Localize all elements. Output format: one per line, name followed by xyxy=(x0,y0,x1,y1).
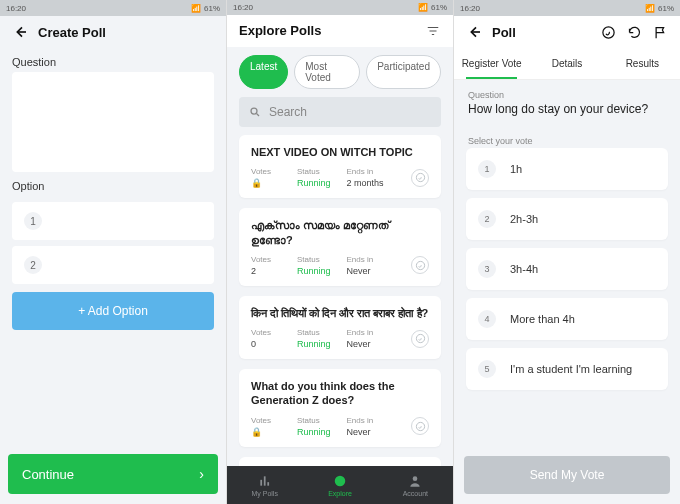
poll-card[interactable]: എക്സാം സമയം മറ്റേണത് ഉണ്ടോ?Votes2StatusR… xyxy=(239,208,441,286)
poll-card[interactable]: NEXT VIDEO ON WITCH TOPICVotes🔒StatusRun… xyxy=(239,135,441,198)
search-input[interactable]: Search xyxy=(239,97,441,127)
vote-option[interactable]: 22h-3h xyxy=(466,198,668,240)
poll-list: NEXT VIDEO ON WITCH TOPICVotes🔒StatusRun… xyxy=(227,135,453,504)
svg-point-2 xyxy=(416,261,424,269)
question-text: How long do stay on your device? xyxy=(454,102,680,126)
bottom-nav: My Polls Explore Account xyxy=(227,466,453,504)
page-title: Poll xyxy=(492,25,516,40)
status-time: 16:20 xyxy=(6,4,26,13)
poll-title: What do you think does the Generation Z … xyxy=(251,379,429,408)
flag-icon[interactable] xyxy=(652,24,668,40)
header-create: Create Poll xyxy=(0,16,226,48)
back-icon[interactable] xyxy=(12,24,28,40)
status-bar: 16:20 📶61% xyxy=(227,0,453,15)
poll-title: NEXT VIDEO ON WITCH TOPIC xyxy=(251,145,429,159)
vote-option[interactable]: 11h xyxy=(466,148,668,190)
option-label: Option xyxy=(0,172,226,196)
whatsapp-icon[interactable] xyxy=(411,256,429,274)
back-icon[interactable] xyxy=(466,24,482,40)
nav-account[interactable]: Account xyxy=(378,466,453,504)
poll-title: किन दो तिथियों को दिन और रात बराबर होता … xyxy=(251,306,429,320)
status-bar: 16:20 📶61% xyxy=(0,0,226,16)
vote-list: 11h22h-3h33h-4h4More than 4h5I'm a stude… xyxy=(454,148,680,390)
nav-explore[interactable]: Explore xyxy=(302,466,377,504)
search-icon xyxy=(249,106,261,118)
refresh-icon[interactable] xyxy=(626,24,642,40)
poll-card[interactable]: What do you think does the Generation Z … xyxy=(239,369,441,447)
poll-title: എക്സാം സമയം മറ്റേണത് ഉണ്ടോ? xyxy=(251,218,429,247)
tab-details[interactable]: Details xyxy=(529,48,604,79)
question-label: Question xyxy=(454,80,680,102)
tab-results[interactable]: Results xyxy=(605,48,680,79)
option-2[interactable]: 2 xyxy=(12,246,214,284)
tabs: Register Vote Details Results xyxy=(454,48,680,80)
svg-rect-6 xyxy=(260,479,262,485)
whatsapp-icon[interactable] xyxy=(411,169,429,187)
send-vote-button[interactable]: Send My Vote xyxy=(464,456,670,494)
page-title: Create Poll xyxy=(38,25,106,40)
continue-button[interactable]: Continue › xyxy=(8,454,218,494)
svg-point-1 xyxy=(416,174,424,182)
svg-point-3 xyxy=(416,334,424,342)
whatsapp-icon[interactable] xyxy=(411,417,429,435)
chip-participated[interactable]: Participated xyxy=(366,55,441,89)
svg-point-9 xyxy=(335,475,346,486)
poll-card[interactable]: किन दो तिथियों को दिन और रात बराबर होता … xyxy=(239,296,441,359)
vote-option[interactable]: 33h-4h xyxy=(466,248,668,290)
svg-point-4 xyxy=(416,422,424,430)
nav-my-polls[interactable]: My Polls xyxy=(227,466,302,504)
status-bar: 16:20 📶61% xyxy=(454,0,680,16)
svg-point-0 xyxy=(251,108,257,114)
whatsapp-icon[interactable] xyxy=(600,24,616,40)
select-label: Select your vote xyxy=(454,126,680,148)
filter-icon[interactable] xyxy=(425,23,441,39)
question-label: Question xyxy=(0,48,226,72)
add-option-button[interactable]: + Add Option xyxy=(12,292,214,330)
question-input[interactable] xyxy=(12,72,214,172)
vote-option[interactable]: 4More than 4h xyxy=(466,298,668,340)
option-1[interactable]: 1 xyxy=(12,202,214,240)
chip-latest[interactable]: Latest xyxy=(239,55,288,89)
header-explore: Explore Polls xyxy=(227,15,453,47)
svg-rect-7 xyxy=(263,476,265,485)
filter-chips: Latest Most Voted Participated xyxy=(227,47,453,97)
page-title: Explore Polls xyxy=(239,23,321,38)
tab-register-vote[interactable]: Register Vote xyxy=(454,48,529,79)
svg-rect-8 xyxy=(267,482,269,486)
vote-option[interactable]: 5I'm a student I'm learning xyxy=(466,348,668,390)
header-poll: Poll xyxy=(454,16,680,48)
svg-point-10 xyxy=(413,476,418,481)
svg-point-11 xyxy=(602,26,613,37)
chip-most-voted[interactable]: Most Voted xyxy=(294,55,360,89)
chevron-right-icon: › xyxy=(199,466,204,482)
whatsapp-icon[interactable] xyxy=(411,330,429,348)
